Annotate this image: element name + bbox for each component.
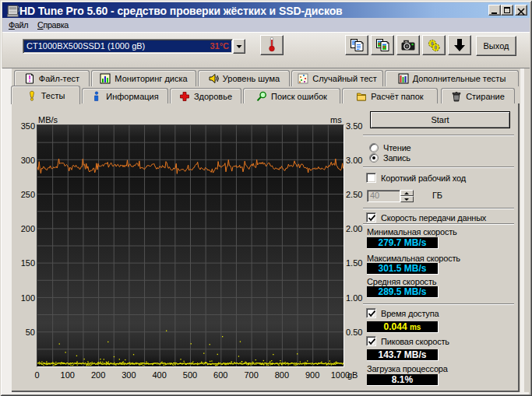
svg-text:!: ! [28, 74, 31, 83]
